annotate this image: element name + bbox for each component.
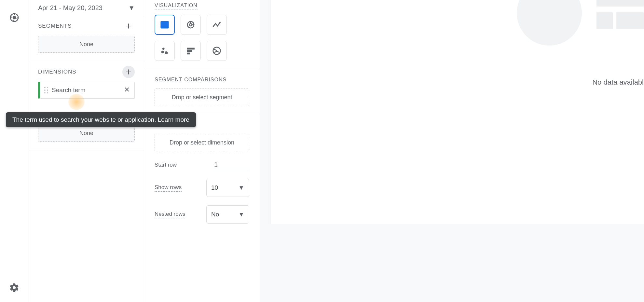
start-row-input[interactable] xyxy=(213,160,249,170)
svg-rect-15 xyxy=(187,50,192,52)
svg-point-2 xyxy=(44,87,46,88)
show-rows-value: 10 xyxy=(211,184,218,191)
viz-scatter-button[interactable] xyxy=(155,41,175,61)
remove-icon[interactable] xyxy=(123,86,130,94)
add-segment-button[interactable] xyxy=(122,20,135,32)
gear-icon[interactable] xyxy=(7,280,22,295)
segment-comparisons-label: SEGMENT COMPARISONS xyxy=(155,77,249,83)
chevron-down-icon: ▼ xyxy=(238,184,244,191)
placeholder-shape xyxy=(596,12,613,29)
date-range-picker[interactable]: Apr 21 - May 20, 2023 ▼ xyxy=(29,0,144,16)
segments-label: SEGMENTS xyxy=(38,23,72,29)
show-rows-select[interactable]: 10 ▼ xyxy=(206,179,249,197)
add-dimension-button[interactable] xyxy=(122,66,135,78)
viz-donut-button[interactable] xyxy=(181,15,201,35)
viz-bar-button[interactable] xyxy=(181,41,201,61)
svg-point-5 xyxy=(47,89,48,91)
svg-point-6 xyxy=(44,92,46,93)
dimension-chip-search-term[interactable]: Search term xyxy=(38,82,135,99)
viz-table-button[interactable] xyxy=(155,15,175,35)
drag-handle-icon xyxy=(44,87,48,94)
svg-point-11 xyxy=(163,48,165,50)
variables-panel: Apr 21 - May 20, 2023 ▼ SEGMENTS None DI… xyxy=(29,0,144,302)
explore-icon[interactable] xyxy=(7,10,22,25)
dimensions-label: DIMENSIONS xyxy=(38,69,76,75)
svg-rect-8 xyxy=(161,21,169,28)
left-nav xyxy=(0,0,29,302)
nested-rows-select[interactable]: No ▼ xyxy=(206,205,249,224)
placeholder-shape xyxy=(517,0,582,46)
viz-geo-button[interactable] xyxy=(207,41,227,61)
show-rows-label: Show rows xyxy=(155,184,182,192)
chevron-down-icon: ▼ xyxy=(128,4,135,12)
nested-rows-value: No xyxy=(211,211,219,218)
svg-point-1 xyxy=(13,16,16,19)
no-data-text: No data availabl xyxy=(592,78,644,87)
svg-point-4 xyxy=(44,89,46,91)
nested-rows-label: Nested rows xyxy=(155,211,185,218)
dimension-chip-label: Search term xyxy=(52,87,123,94)
date-range-text: Apr 21 - May 20, 2023 xyxy=(38,4,103,12)
svg-rect-14 xyxy=(187,48,195,49)
svg-point-3 xyxy=(47,87,48,88)
report-canvas: No data availabl xyxy=(270,0,644,302)
svg-point-13 xyxy=(165,51,168,54)
tab-settings-panel: VISUALIZATION SEGMENT COMPARISONS Drop o… xyxy=(144,0,260,302)
start-row-label: Start row xyxy=(155,162,177,168)
segments-none[interactable]: None xyxy=(38,36,135,53)
chevron-down-icon: ▼ xyxy=(238,211,244,218)
visualization-label: VISUALIZATION xyxy=(155,3,198,9)
svg-rect-16 xyxy=(187,53,190,54)
svg-point-12 xyxy=(161,51,164,53)
svg-point-10 xyxy=(189,23,192,26)
drop-segment[interactable]: Drop or select segment xyxy=(155,89,249,106)
placeholder-shape xyxy=(616,12,644,29)
svg-point-7 xyxy=(47,92,48,93)
placeholder-shape xyxy=(596,0,644,7)
drop-dimension[interactable]: Drop or select dimension xyxy=(155,134,249,151)
tooltip: The term used to search your website or … xyxy=(6,112,196,127)
viz-line-button[interactable] xyxy=(207,15,227,35)
